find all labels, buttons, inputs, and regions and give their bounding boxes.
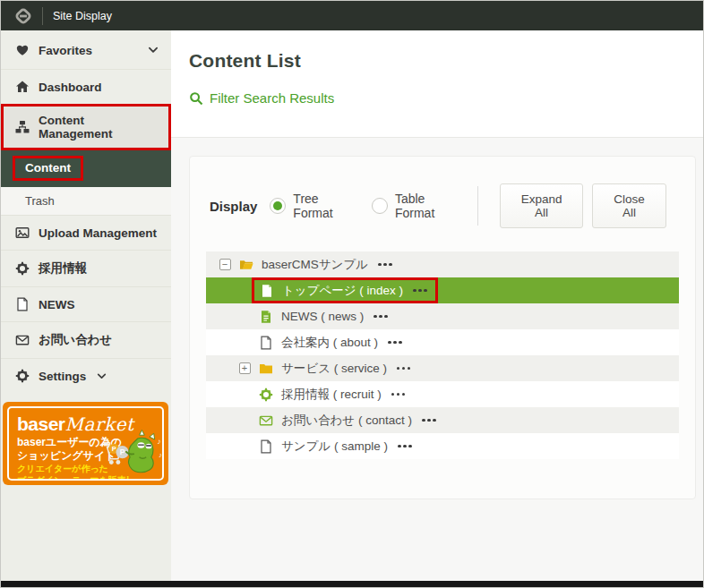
ellipsis-icon[interactable] (397, 367, 411, 371)
sidebar-item-recruit-info[interactable]: 採用情報 (1, 250, 171, 286)
main-content: Display Tree Format Table Format Expand … (171, 138, 703, 581)
sidebar-subitem-content[interactable]: Content (1, 150, 171, 187)
ellipsis-icon[interactable] (373, 315, 388, 319)
image-icon (15, 226, 30, 240)
tree-row-service[interactable]: + サービス ( service ) (206, 355, 679, 381)
main-area: Content List Filter Search Results Displ… (171, 30, 703, 581)
document-icon (259, 439, 273, 454)
sitemap-icon (15, 120, 30, 134)
annotation-red-box: トップページ ( index ) (252, 277, 438, 303)
gear-icon (15, 261, 30, 276)
sidebar-item-label: 採用情報 (39, 260, 87, 277)
tree-row-sample[interactable]: サンプル ( sample ) (206, 433, 679, 459)
radio-button-icon[interactable] (270, 198, 286, 214)
sidebar-item-label: NEWS (39, 298, 75, 311)
document-icon (15, 297, 30, 311)
ellipsis-icon[interactable] (391, 393, 406, 396)
display-label: Display (210, 199, 257, 214)
mail-icon (15, 333, 30, 347)
radio-table-format[interactable]: Table Format (372, 192, 458, 220)
chevron-down-icon[interactable] (97, 371, 107, 381)
close-all-button[interactable]: Close All (592, 183, 666, 228)
tree-row-label[interactable]: サービス ( service ) (281, 361, 387, 377)
tree-row-label[interactable]: 会社案内 ( about ) (281, 335, 378, 351)
sidebar-item-label: Favorites (39, 44, 92, 57)
sidebar-item-favorites[interactable]: Favorites (1, 30, 171, 69)
chevron-down-icon[interactable] (148, 45, 159, 55)
tree-row-label[interactable]: トップページ ( index ) (282, 283, 403, 299)
ellipsis-icon[interactable] (388, 341, 402, 345)
sidebar-item-label: Content Management (39, 114, 159, 141)
tree-row-label[interactable]: お問い合わせ ( contact ) (281, 413, 412, 429)
sidebar-subitem-trash[interactable]: Trash (1, 187, 171, 215)
basercms-logo-icon[interactable] (13, 6, 33, 26)
ellipsis-icon[interactable] (398, 445, 412, 448)
tree-row-top-page[interactable]: トップページ ( index ) (206, 277, 679, 303)
ellipsis-icon[interactable] (413, 289, 427, 293)
sidebar-item-upload-management[interactable]: Upload Management (1, 215, 171, 250)
radio-tree-format[interactable]: Tree Format (270, 192, 352, 220)
content-tree: − baserCMSサンプル トップページ ( index ) (206, 251, 679, 459)
mail-icon (259, 413, 273, 428)
tree-row-contact[interactable]: お問い合わせ ( contact ) (206, 407, 679, 433)
tree-row-label[interactable]: 採用情報 ( recruit ) (281, 387, 382, 403)
radio-label: Table Format (395, 192, 458, 220)
tree-row-recruit[interactable]: 採用情報 ( recruit ) (206, 381, 679, 407)
toolbar-divider (477, 186, 478, 226)
topbar: Site Display (1, 1, 703, 30)
baser-market-banner[interactable]: baserMarket baserユーザーの為の ショッピングサイト クリエイタ… (3, 402, 168, 485)
document-icon (259, 336, 273, 350)
home-icon (15, 80, 30, 94)
sidebar-item-dashboard[interactable]: Dashboard (1, 69, 171, 104)
folder-closed-icon (259, 362, 273, 376)
expand-toggle-icon[interactable]: + (239, 362, 251, 374)
dragon-mascot-icon (100, 427, 164, 481)
sidebar-item-label: Dashboard (39, 81, 102, 94)
content-list-card: Display Tree Format Table Format Expand … (189, 156, 696, 499)
folder-open-icon (239, 258, 253, 272)
bottom-bar (1, 581, 703, 587)
document-icon (260, 284, 274, 298)
expand-all-button[interactable]: Expand All (500, 183, 583, 228)
banner-inner: baserMarket baserユーザーの為の ショッピングサイト クリエイタ… (7, 406, 164, 481)
search-icon (189, 91, 203, 106)
radio-label: Tree Format (293, 192, 352, 220)
sidebar-item-label: お問い合わせ (39, 332, 112, 348)
sidebar-item-news[interactable]: NEWS (1, 286, 171, 321)
main-header: Content List Filter Search Results (171, 30, 703, 138)
display-toolbar: Display Tree Format Table Format Expand … (206, 173, 679, 251)
sidebar-item-contact[interactable]: お問い合わせ (1, 321, 171, 358)
gear-icon (15, 369, 30, 383)
screenshot-root: Site Display Favorites Dashboard Content… (0, 0, 704, 588)
filter-search-link[interactable]: Filter Search Results (189, 90, 334, 106)
sidebar-item-settings[interactable]: Settings (1, 358, 171, 393)
filter-search-label: Filter Search Results (210, 90, 334, 106)
ellipsis-icon[interactable] (378, 263, 392, 267)
topbar-divider (42, 7, 43, 25)
topbar-title[interactable]: Site Display (53, 10, 112, 22)
sidebar-item-label: Upload Management (39, 226, 157, 240)
radio-button-icon[interactable] (372, 198, 388, 214)
sidebar: Favorites Dashboard Content Management C… (1, 30, 171, 581)
banner-brand-bold: baser (17, 413, 65, 434)
sidebar-item-label: Settings (39, 370, 86, 383)
tree-row-root[interactable]: − baserCMSサンプル (206, 251, 679, 277)
collapse-toggle-icon[interactable]: − (219, 259, 231, 270)
tree-row-label[interactable]: baserCMSサンプル (262, 257, 368, 273)
page-title: Content List (189, 50, 685, 72)
tree-row-label[interactable]: サンプル ( sample ) (281, 439, 388, 455)
sidebar-item-content-management[interactable]: Content Management (1, 104, 171, 150)
heart-icon (15, 43, 30, 57)
tree-row-label[interactable]: NEWS ( news ) (281, 310, 364, 323)
document-lines-icon (259, 310, 273, 324)
sidebar-subitem-content-label[interactable]: Content (13, 156, 83, 181)
ellipsis-icon[interactable] (422, 419, 436, 422)
tree-row-news[interactable]: NEWS ( news ) (206, 303, 679, 329)
tree-row-about[interactable]: 会社案内 ( about ) (206, 329, 679, 355)
gear-icon (259, 388, 273, 402)
